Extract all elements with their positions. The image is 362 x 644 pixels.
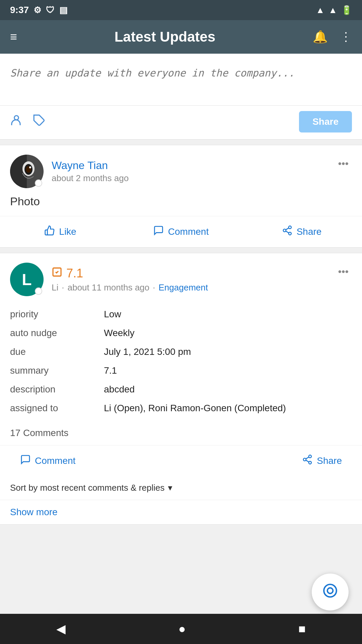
task-actions: Comment Share bbox=[0, 445, 362, 476]
task-check-icon bbox=[52, 267, 62, 280]
task-detail-description: description abcded bbox=[10, 380, 352, 399]
task-detail-due: due July 1, 2021 5:00 pm bbox=[10, 342, 352, 361]
app-bar-title: Latest Updates bbox=[17, 29, 313, 45]
tag-icon[interactable] bbox=[33, 114, 46, 130]
task-more-icon[interactable]: ••• bbox=[335, 263, 352, 281]
task-share-button[interactable]: Share bbox=[302, 445, 342, 476]
task-share-label: Share bbox=[317, 455, 342, 466]
share-toolbar-left bbox=[10, 114, 46, 130]
task-detail-autonudge: auto nudge Weekly bbox=[10, 324, 352, 342]
summary-label: summary bbox=[10, 365, 104, 376]
svg-line-12 bbox=[286, 231, 289, 233]
task-comment-label: Comment bbox=[35, 455, 75, 466]
task-card: L 7.1 Li · about 11 months ago bbox=[0, 253, 362, 525]
task-title[interactable]: 7.1 bbox=[66, 266, 83, 280]
status-time: 9:37 bbox=[10, 5, 29, 15]
status-bar: 9:37 ⚙ 🛡 ▤ ▲ ▲ 🔋 bbox=[0, 0, 362, 20]
like-button[interactable]: Like bbox=[0, 216, 121, 247]
nav-back-button[interactable]: ◀ bbox=[43, 619, 79, 639]
svg-line-19 bbox=[306, 457, 309, 459]
task-share-icon bbox=[302, 454, 313, 467]
assigned-value: Li (Open), Roni Ramon-Gonen (Completed) bbox=[104, 403, 286, 414]
fab-icon bbox=[322, 582, 339, 602]
task-time: about 11 months ago bbox=[67, 282, 149, 293]
post-header: Wayne Tian about 2 months ago ••• bbox=[0, 145, 362, 195]
share-toolbar: Share bbox=[0, 105, 362, 139]
bell-icon[interactable]: 🔔 bbox=[313, 30, 328, 44]
share-post-label: Share bbox=[297, 226, 322, 237]
menu-icon[interactable]: ≡ bbox=[10, 30, 17, 44]
signal-icon: ▲ bbox=[328, 5, 337, 15]
due-value: July 1, 2021 5:00 pm bbox=[104, 346, 191, 357]
show-more-link[interactable]: Show more bbox=[0, 500, 362, 524]
wifi-icon: ▲ bbox=[316, 5, 325, 15]
task-detail-priority: priority Low bbox=[10, 305, 352, 324]
app-bar: ≡ Latest Updates 🔔 ⋮ bbox=[0, 20, 362, 54]
svg-point-15 bbox=[309, 455, 311, 458]
fab-button[interactable] bbox=[312, 574, 349, 610]
person-icon[interactable] bbox=[10, 114, 23, 130]
assigned-label: assigned to bbox=[10, 403, 104, 414]
task-meta: Li · about 11 months ago · Engagement bbox=[52, 282, 208, 293]
share-button[interactable]: Share bbox=[299, 111, 352, 132]
task-meta-dot-1: · bbox=[62, 282, 64, 293]
svg-point-8 bbox=[29, 166, 31, 168]
svg-point-16 bbox=[303, 458, 306, 461]
nav-bar: ◀ ● ■ bbox=[0, 614, 362, 644]
svg-line-13 bbox=[286, 228, 289, 230]
comment-icon bbox=[153, 225, 164, 238]
svg-point-21 bbox=[327, 588, 333, 593]
share-input-card: Share bbox=[0, 54, 362, 140]
wayne-post-card: Wayne Tian about 2 months ago ••• Photo … bbox=[0, 145, 362, 248]
task-tag[interactable]: Engagement bbox=[159, 282, 208, 293]
sort-bar: Sort by most recent comments & replies ▾ bbox=[0, 476, 362, 500]
post-user-info: Wayne Tian about 2 months ago bbox=[52, 159, 129, 183]
online-status-dot bbox=[35, 179, 42, 187]
task-comment-button[interactable]: Comment bbox=[20, 445, 75, 476]
task-comment-icon bbox=[20, 454, 31, 467]
post-time: about 2 months ago bbox=[52, 173, 129, 183]
svg-point-10 bbox=[283, 229, 286, 232]
svg-point-9 bbox=[289, 226, 291, 229]
autonudge-label: auto nudge bbox=[10, 328, 104, 338]
share-update-input[interactable] bbox=[0, 54, 362, 104]
status-right: ▲ ▲ 🔋 bbox=[316, 5, 352, 15]
post-more-icon[interactable]: ••• bbox=[335, 155, 352, 173]
sort-dropdown-icon[interactable]: ▾ bbox=[168, 483, 172, 493]
shield-icon: 🛡 bbox=[46, 5, 55, 15]
priority-value: Low bbox=[104, 309, 121, 320]
description-label: description bbox=[10, 384, 104, 395]
task-comments-count: 17 Comments bbox=[0, 424, 362, 445]
svg-point-0 bbox=[14, 115, 19, 120]
priority-label: priority bbox=[10, 309, 104, 320]
task-meta-dot-2: · bbox=[153, 282, 155, 293]
sort-label: Sort by most recent comments & replies bbox=[10, 483, 165, 493]
svg-line-18 bbox=[306, 460, 309, 462]
gear-icon: ⚙ bbox=[34, 5, 41, 15]
summary-value: 7.1 bbox=[104, 365, 117, 376]
overflow-menu-icon[interactable]: ⋮ bbox=[340, 30, 352, 44]
task-header-left: L 7.1 Li · about 11 months ago bbox=[10, 263, 208, 296]
task-title-row: 7.1 bbox=[52, 266, 208, 280]
post-actions: Like Comment Share bbox=[0, 216, 362, 247]
description-value: abcded bbox=[104, 384, 135, 395]
post-username[interactable]: Wayne Tian bbox=[52, 159, 129, 172]
comment-button[interactable]: Comment bbox=[121, 216, 241, 247]
post-content: Photo bbox=[0, 195, 362, 216]
like-label: Like bbox=[59, 226, 76, 237]
task-detail-summary: summary 7.1 bbox=[10, 361, 352, 380]
nav-recents-button[interactable]: ■ bbox=[285, 619, 319, 639]
task-header: L 7.1 Li · about 11 months ago bbox=[0, 253, 362, 302]
task-author: Li bbox=[52, 282, 58, 293]
share-post-button[interactable]: Share bbox=[241, 216, 362, 247]
svg-point-11 bbox=[289, 232, 291, 235]
nav-home-button[interactable]: ● bbox=[165, 619, 199, 639]
like-icon bbox=[44, 225, 55, 238]
task-details: priority Low auto nudge Weekly due July … bbox=[0, 302, 362, 424]
task-detail-assigned: assigned to Li (Open), Roni Ramon-Gonen … bbox=[10, 399, 352, 418]
share-icon bbox=[282, 225, 293, 238]
battery-icon: 🔋 bbox=[341, 5, 352, 15]
avatar-wrapper bbox=[10, 155, 44, 188]
due-label: due bbox=[10, 346, 104, 357]
status-left: 9:37 ⚙ 🛡 ▤ bbox=[10, 5, 68, 15]
